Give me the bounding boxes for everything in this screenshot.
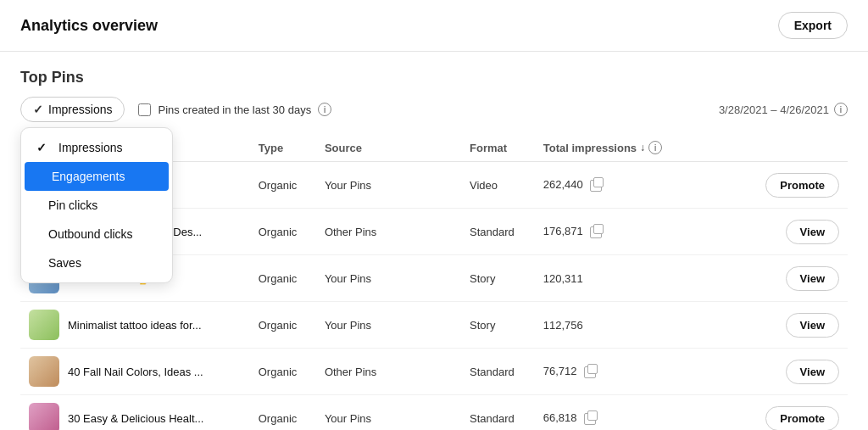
col-source: Source [316, 134, 461, 162]
date-range-text: 3/28/2021 – 4/26/2021 [719, 103, 829, 116]
date-range: 3/28/2021 – 4/26/2021 i [719, 103, 848, 116]
pin-impressions: 76,712 [535, 349, 697, 395]
metric-dropdown-menu: Impressions Engagements Pin clicks Outbo… [20, 127, 173, 283]
export-button[interactable]: Export [778, 12, 848, 39]
impressions-value: 76,712 [543, 365, 577, 377]
dropdown-item-engagements[interactable]: Engagements [25, 162, 169, 191]
page-title: Analytics overview [20, 17, 158, 35]
copy-icon[interactable] [590, 226, 602, 238]
pin-format: Story [461, 302, 535, 349]
pin-type: Organic [250, 209, 316, 255]
filter-row: ✓ Impressions Impressions Engagements Pi… [20, 97, 848, 122]
view-button[interactable]: View [786, 266, 839, 291]
main-content: Top Pins ✓ Impressions Impressions Engag… [0, 52, 868, 430]
pin-format: Standard [461, 209, 535, 255]
impressions-value: 120,311 [543, 272, 583, 285]
pin-type: Organic [250, 349, 316, 395]
promote-button[interactable]: Promote [765, 173, 839, 198]
pin-action-cell: View [697, 302, 848, 349]
pin-info: Minimalist tattoo ideas for... [29, 310, 242, 340]
impressions-info-icon[interactable]: i [648, 141, 662, 154]
pin-cell: 30 Easy & Delicious Healt... [20, 395, 250, 431]
pin-type: Organic [250, 395, 316, 431]
impressions-value: 262,440 [543, 178, 583, 191]
pin-format: Standard [461, 349, 535, 395]
pin-cell: Minimalist tattoo ideas for... [20, 302, 250, 349]
col-format: Format [461, 134, 535, 162]
table-row: 40 Fall Nail Colors, Ideas ... OrganicOt… [20, 349, 848, 395]
pin-type: Organic [250, 255, 316, 302]
pin-action-cell: Promote [697, 395, 848, 431]
dropdown-item-impressions[interactable]: Impressions [21, 133, 172, 162]
pin-impressions: 112,756 [535, 302, 697, 349]
date-info-icon[interactable]: i [834, 103, 848, 116]
check-icon: ✓ [33, 103, 43, 116]
copy-icon[interactable] [590, 180, 602, 192]
header: Analytics overview Export [0, 0, 868, 52]
pin-info: 40 Fall Nail Colors, Ideas ... [29, 356, 242, 387]
pin-info: 30 Easy & Delicious Healt... [29, 403, 242, 430]
pin-impressions: 120,311 [535, 255, 697, 302]
pin-name: 40 Fall Nail Colors, Ideas ... [68, 366, 203, 378]
pin-format: Video [461, 162, 535, 209]
metric-dropdown-wrapper: ✓ Impressions Impressions Engagements Pi… [20, 97, 125, 122]
pin-name: Minimalist tattoo ideas for... [68, 319, 202, 332]
col-action [697, 134, 848, 162]
pin-action-cell: View [697, 349, 848, 395]
view-button[interactable]: View [786, 360, 839, 384]
pins-filter-checkbox-row: Pins created in the last 30 days i [138, 103, 331, 116]
pin-thumbnail [29, 356, 59, 387]
pin-name: 30 Easy & Delicious Healt... [68, 412, 203, 425]
pin-action-cell: Promote [697, 162, 848, 209]
copy-icon[interactable] [584, 366, 596, 378]
pin-source: Your Pins [316, 395, 461, 431]
col-impressions-label: Total impressions [543, 142, 637, 154]
section-title: Top Pins [20, 69, 848, 87]
pins-filter-label: Pins created in the last 30 days [158, 103, 311, 116]
pin-source: Other Pins [316, 209, 461, 255]
pin-type: Organic [250, 162, 316, 209]
pin-impressions: 66,818 [535, 395, 697, 431]
copy-icon[interactable] [584, 413, 596, 425]
pin-cell: 40 Fall Nail Colors, Ideas ... [20, 349, 250, 395]
pin-thumbnail [29, 403, 59, 430]
filter-info-icon[interactable]: i [318, 103, 331, 116]
pin-impressions: 262,440 [535, 162, 697, 209]
pin-thumbnail [29, 310, 59, 340]
table-row: 30 Easy & Delicious Healt... OrganicYour… [20, 395, 848, 431]
pin-action-cell: View [697, 209, 848, 255]
pins-created-checkbox[interactable] [138, 103, 151, 116]
impressions-value: 176,871 [543, 225, 583, 237]
pin-source: Your Pins [316, 162, 461, 209]
pin-type: Organic [250, 302, 316, 349]
dropdown-item-pin-clicks[interactable]: Pin clicks [21, 191, 172, 220]
view-button[interactable]: View [786, 220, 839, 244]
table-row: Minimalist tattoo ideas for... OrganicYo… [20, 302, 848, 349]
col-type: Type [250, 134, 316, 162]
col-impressions[interactable]: Total impressions ↓ i [535, 134, 697, 162]
pin-impressions: 176,871 [535, 209, 697, 255]
pin-source: Your Pins [316, 302, 461, 349]
promote-button[interactable]: Promote [765, 406, 839, 431]
sort-arrow-icon: ↓ [640, 142, 645, 154]
pin-source: Your Pins [316, 255, 461, 302]
pin-format: Standard [461, 395, 535, 431]
view-button[interactable]: View [786, 313, 839, 338]
metric-dropdown-trigger[interactable]: ✓ Impressions [20, 97, 125, 122]
impressions-value: 66,818 [543, 411, 577, 424]
pin-source: Other Pins [316, 349, 461, 395]
dropdown-selected-label: Impressions [48, 103, 112, 116]
dropdown-item-outbound-clicks[interactable]: Outbound clicks [21, 220, 172, 249]
dropdown-item-saves[interactable]: Saves [21, 249, 172, 277]
impressions-value: 112,756 [543, 319, 583, 332]
pin-format: Story [461, 255, 535, 302]
pin-action-cell: View [697, 255, 848, 302]
